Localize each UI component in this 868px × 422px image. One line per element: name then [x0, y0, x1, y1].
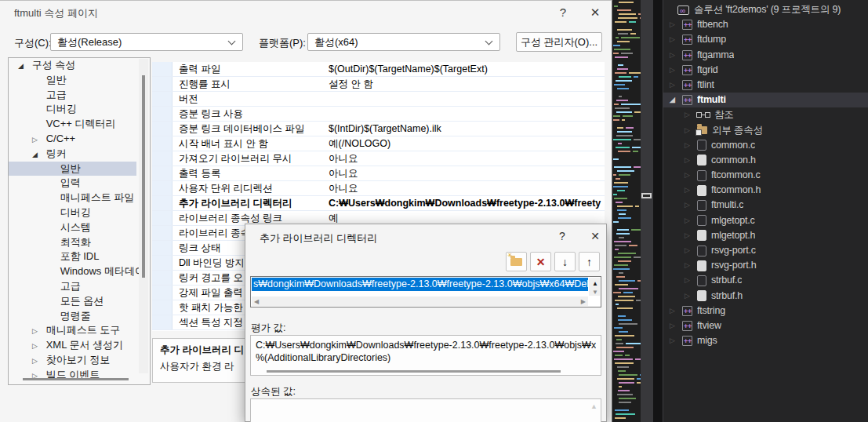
- settings-tree-item[interactable]: C/C++: [9, 132, 136, 147]
- solution-tree-item[interactable]: ftgrid: [663, 63, 868, 78]
- solution-tree-item[interactable]: ftstring: [663, 304, 868, 318]
- expander-icon[interactable]: [685, 213, 697, 228]
- solution-tree-item[interactable]: ftcommon.h: [663, 183, 868, 198]
- property-row[interactable]: 출력 등록 아니요: [152, 166, 605, 181]
- editor-scrollbar[interactable]: [641, 0, 653, 422]
- expander-icon[interactable]: [685, 228, 697, 243]
- expander-icon[interactable]: [685, 243, 697, 258]
- settings-tree-item[interactable]: 구성 속성: [9, 58, 136, 73]
- property-value[interactable]: 예(/NOLOGO): [325, 136, 605, 151]
- list-vertical-scrollbar[interactable]: ▲ ▼: [589, 278, 600, 296]
- configuration-select[interactable]: 활성(Release): [50, 33, 243, 51]
- expander-icon[interactable]: [670, 304, 682, 318]
- move-up-button[interactable]: [579, 252, 600, 271]
- settings-tree-item[interactable]: 디버깅: [9, 206, 136, 220]
- expander-icon[interactable]: [685, 198, 697, 213]
- expander-icon[interactable]: [685, 258, 697, 273]
- solution-tree-item[interactable]: 솔루션 'ft2demos' (9 프로젝트의 9): [663, 2, 868, 17]
- settings-tree-item[interactable]: 명령줄: [9, 309, 136, 324]
- expander-icon[interactable]: [685, 138, 697, 153]
- selected-directory-entry[interactable]: s₩dongkim₩Downloads₩freetype-2.13.0₩free…: [252, 278, 588, 291]
- help-icon[interactable]: ?: [553, 227, 572, 245]
- scroll-up-icon[interactable]: ▲: [592, 280, 598, 288]
- expander-icon[interactable]: [32, 133, 43, 147]
- property-row[interactable]: 증분 링크 데이터베이스 파일 $(IntDir)$(TargetName).i…: [152, 122, 605, 136]
- close-icon[interactable]: ✕: [586, 227, 605, 245]
- settings-tree-item[interactable]: 입력: [9, 176, 136, 191]
- scroll-left-icon[interactable]: ◀: [254, 298, 259, 306]
- solution-tree-item[interactable]: ftdump: [663, 32, 868, 47]
- property-value[interactable]: $(OutDir)$(TargetName)$(TargetExt): [325, 62, 605, 76]
- solution-tree-item[interactable]: ftview: [663, 318, 868, 333]
- property-row[interactable]: 버전: [152, 92, 605, 107]
- settings-tree-item[interactable]: 고급: [9, 279, 136, 294]
- tree-scrollbar-thumb[interactable]: [142, 75, 145, 278]
- solution-tree-item[interactable]: rsvg-port.h: [663, 258, 868, 273]
- scroll-down-icon[interactable]: ▼: [592, 289, 598, 296]
- settings-tree-item[interactable]: 링커: [9, 147, 136, 162]
- expander-icon[interactable]: [685, 289, 697, 304]
- property-value[interactable]: $(IntDir)$(TargetName).ilk: [325, 122, 605, 136]
- delete-button[interactable]: [530, 252, 551, 271]
- solution-tree-item[interactable]: ftcommon.c: [663, 168, 868, 183]
- property-value[interactable]: [325, 107, 605, 121]
- expander-icon[interactable]: [670, 32, 682, 47]
- property-value[interactable]: 아니요: [325, 151, 605, 166]
- solution-tree-item[interactable]: ftbench: [663, 17, 868, 32]
- inherited-values-box[interactable]: ▲: [250, 398, 601, 422]
- help-icon[interactable]: ?: [553, 4, 573, 21]
- settings-tree-item[interactable]: VC++ 디렉터리: [9, 117, 136, 132]
- directory-list[interactable]: s₩dongkim₩Downloads₩freetype-2.13.0₩free…: [250, 276, 601, 307]
- solution-tree-item[interactable]: ftmulti.c: [663, 198, 868, 213]
- expander-icon[interactable]: [670, 333, 682, 348]
- expander-icon[interactable]: [685, 168, 697, 183]
- solution-tree-item[interactable]: mlgetopt.h: [663, 228, 868, 243]
- settings-tree-item[interactable]: 고급: [9, 88, 136, 103]
- tree-horizontal-scrollbar[interactable]: [23, 378, 129, 380]
- solution-tree-item[interactable]: migs: [663, 333, 868, 348]
- expander-icon[interactable]: [685, 273, 697, 288]
- expander-icon[interactable]: [32, 369, 43, 384]
- expander-icon[interactable]: [32, 339, 43, 354]
- solution-tree-item[interactable]: ftgamma: [663, 48, 868, 63]
- property-row[interactable]: 가져오기 라이브러리 무시 아니요: [152, 151, 605, 166]
- property-row[interactable]: 시작 배너 표시 안 함 예(/NOLOGO): [152, 136, 605, 151]
- move-down-button[interactable]: [554, 252, 576, 271]
- property-value[interactable]: C:₩Users₩dongkim₩Downloads₩freetype-2.13…: [325, 196, 605, 210]
- settings-tree-item[interactable]: XML 문서 생성기: [9, 338, 136, 353]
- solution-tree-item[interactable]: common.h: [663, 153, 868, 168]
- property-value[interactable]: 아니요: [325, 181, 605, 195]
- list-horizontal-scrollbar[interactable]: ◀ ▶: [252, 296, 588, 306]
- evaluated-horizontal-scrollbar[interactable]: [267, 370, 561, 373]
- panel-splitter[interactable]: [653, 0, 663, 422]
- expander-icon[interactable]: [670, 93, 682, 107]
- solution-tree-item[interactable]: strbuf.c: [663, 273, 868, 288]
- close-icon[interactable]: ✕: [585, 4, 605, 21]
- solution-tree-item[interactable]: ftmulti: [663, 93, 868, 107]
- settings-tree-item[interactable]: 일반: [9, 73, 136, 88]
- platform-select[interactable]: 활성(x64): [307, 33, 500, 51]
- expander-icon[interactable]: [670, 78, 682, 93]
- property-row[interactable]: 추가 라이브러리 디렉터리 C:₩Users₩dongkim₩Downloads…: [152, 196, 605, 211]
- configuration-manager-button[interactable]: 구성 관리자(O)...: [516, 32, 602, 52]
- solution-tree-item[interactable]: mlgetopt.c: [663, 213, 868, 228]
- solution-tree-item[interactable]: common.c: [663, 138, 868, 153]
- expander-icon[interactable]: [670, 63, 682, 78]
- settings-tree-item[interactable]: 찾아보기 정보: [9, 353, 136, 368]
- property-row[interactable]: 출력 파일 $(OutDir)$(TargetName)$(TargetExt): [152, 62, 605, 77]
- property-row[interactable]: 증분 링크 사용: [152, 107, 605, 122]
- scroll-right-icon[interactable]: ▶: [581, 298, 586, 306]
- expander-icon[interactable]: [32, 324, 43, 339]
- settings-tree-item[interactable]: 매니페스트 도구: [9, 323, 136, 338]
- settings-tree-item[interactable]: 시스템: [9, 220, 136, 235]
- expander-icon[interactable]: [685, 107, 697, 122]
- expander-icon[interactable]: [32, 147, 43, 162]
- property-value[interactable]: [325, 92, 605, 106]
- expander-icon[interactable]: [685, 183, 697, 198]
- expander-icon[interactable]: [32, 354, 43, 369]
- property-row[interactable]: 사용자 단위 리디렉션 아니요: [152, 181, 605, 196]
- settings-tree-item[interactable]: 모든 옵션: [9, 294, 136, 309]
- settings-tree-item[interactable]: Windows 메타데이: [9, 264, 136, 279]
- property-row[interactable]: 진행률 표시 설정 안 함: [152, 77, 605, 92]
- expander-icon[interactable]: [685, 153, 697, 168]
